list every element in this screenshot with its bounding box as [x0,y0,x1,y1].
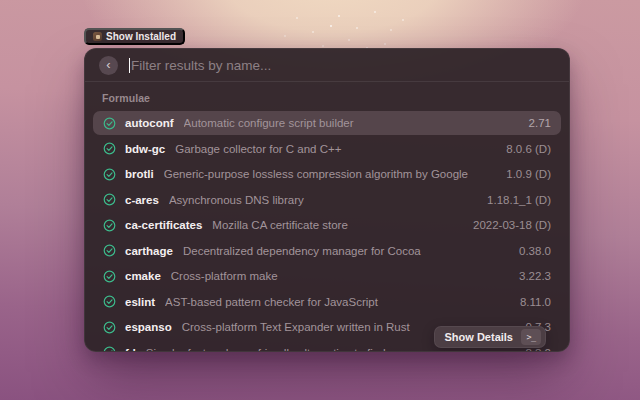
section-header: Formulae [102,92,552,104]
formula-version: 0.38.0 [519,245,551,257]
formula-version: 1.0.9 (D) [506,168,551,180]
check-circle-icon [103,346,116,352]
formula-row[interactable]: bdw-gc Garbage collector for C and C++ 8… [93,137,561,161]
formula-row[interactable]: carthage Decentralized dependency manage… [93,239,561,263]
formula-name: bdw-gc [125,143,165,155]
background-sparkles [330,25,332,27]
check-circle-icon [103,117,116,130]
formula-version: 2.71 [529,117,551,129]
check-circle-icon [103,244,116,257]
formula-description: Mozilla CA certificate store [212,219,461,231]
check-circle-icon [103,295,116,308]
formula-list: autoconf Automatic configure script buil… [93,111,561,352]
show-details-label: Show Details [445,331,513,343]
check-circle-icon [103,168,116,181]
formula-name: espanso [125,321,172,333]
show-installed-label: Show Installed [106,31,176,42]
formula-name: autoconf [125,117,174,129]
formula-row[interactable]: ca-certificates Mozilla CA certificate s… [93,213,561,237]
check-circle-icon [103,270,116,283]
formula-name: ca-certificates [125,219,202,231]
terminal-prompt-key-icon: >_ [521,329,541,345]
formula-name: cmake [125,270,161,282]
formula-version: 2022-03-18 (D) [473,219,551,231]
formula-description: Automatic configure script builder [184,117,517,129]
formula-name: c-ares [125,194,159,206]
formula-row[interactable]: autoconf Automatic configure script buil… [93,111,561,135]
search-bar: ‹ [85,49,569,81]
check-circle-icon [103,142,116,155]
formula-row[interactable]: cmake Cross-platform make 3.22.3 [93,264,561,288]
back-button[interactable]: ‹ [99,56,118,75]
launcher-window: ‹ Formulae autoconf Automatic configure … [84,48,570,352]
search-input[interactable] [130,58,555,73]
show-details-button[interactable]: Show Details >_ [434,326,546,348]
formula-name: brotli [125,168,154,180]
show-installed-button[interactable]: Show Installed [84,28,185,45]
formula-name: carthage [125,245,173,257]
formula-version: 8.0.6 (D) [506,143,551,155]
results-panel: Formulae autoconf Automatic configure sc… [85,82,569,352]
formula-description: Asynchronous DNS library [169,194,475,206]
formula-description: AST-based pattern checker for JavaScript [165,296,508,308]
formula-version: 1.18.1_1 (D) [487,194,551,206]
formula-description: Decentralized dependency manager for Coc… [183,245,507,257]
extension-icon [93,32,102,41]
check-circle-icon [103,193,116,206]
chevron-left-icon: ‹ [106,58,110,71]
formula-version: 3.22.3 [519,270,551,282]
check-circle-icon [103,321,116,334]
formula-name: eslint [125,296,155,308]
formula-row[interactable]: c-ares Asynchronous DNS library 1.18.1_1… [93,188,561,212]
formula-description: Generic-purpose lossless compression alg… [164,168,495,180]
formula-description: Garbage collector for C and C++ [175,143,494,155]
formula-description: Cross-platform make [171,270,507,282]
formula-row[interactable]: eslint AST-based pattern checker for Jav… [93,290,561,314]
check-circle-icon [103,219,116,232]
formula-name: fd [125,347,136,353]
formula-version: 8.11.0 [520,296,551,308]
formula-row[interactable]: brotli Generic-purpose lossless compress… [93,162,561,186]
